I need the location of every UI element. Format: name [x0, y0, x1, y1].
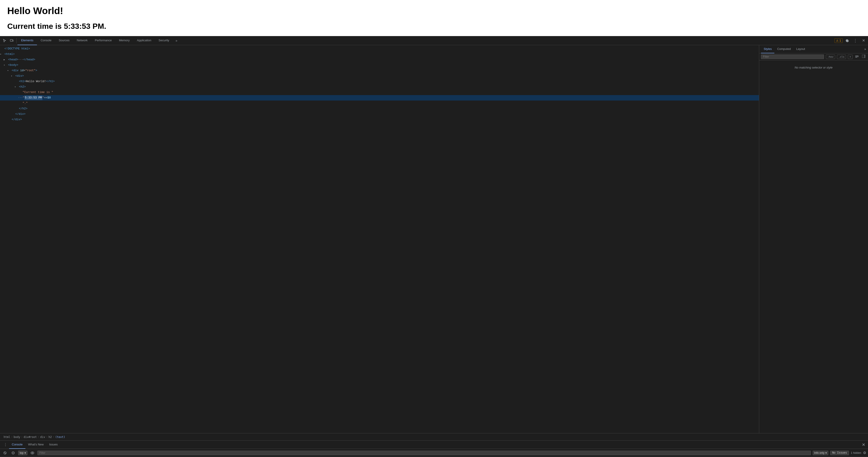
console-toolbar: top ▾ Info only ▾ No Issues 1 hidden — [0, 449, 868, 457]
styles-filter-input[interactable] — [761, 54, 824, 59]
devtools-toolbar: Elements Console Sources Network Perform… — [0, 36, 868, 45]
dom-line-text1[interactable]: "Current time is " — [0, 90, 759, 95]
no-styles-message: No matching selector or style — [761, 66, 866, 69]
console-level-selector[interactable]: Info only ▾ — [813, 451, 828, 455]
dom-line-h2[interactable]: ▾ <h2> — [0, 84, 759, 90]
breadcrumb-divroot[interactable]: div#root — [23, 435, 38, 439]
cursor-icon[interactable] — [1, 37, 8, 44]
breadcrumb-html[interactable]: html — [3, 435, 11, 439]
console-settings-button[interactable]: ⚙ — [863, 451, 866, 455]
svg-rect-3 — [855, 57, 859, 57]
devtools-body: <!DOCTYPE html> ▾ <html> ▶ <head>···</he… — [0, 45, 868, 433]
svg-rect-2 — [855, 56, 859, 56]
eye-icon-button[interactable] — [29, 450, 36, 456]
console-tabs: ⋮ Console What's New Issues ✕ — [0, 441, 868, 449]
toolbar-separator — [16, 38, 17, 44]
add-style-button[interactable]: + — [848, 55, 852, 59]
selected-time-text: 5:33:53 PM — [25, 95, 42, 100]
expand-dot: ··· — [18, 96, 23, 100]
new-style-rule-button[interactable] — [855, 54, 859, 59]
styles-more-tabs[interactable]: » — [864, 48, 866, 51]
dom-line-text2-selected[interactable]: ··· "5:33:53 PM" == $0 — [0, 95, 759, 101]
dom-line-divroot-close[interactable]: </div> — [0, 117, 759, 122]
dom-line-h1[interactable]: <h1>Hello World!</h1> — [0, 79, 759, 84]
console-tab-console[interactable]: Console — [9, 441, 25, 449]
console-menu-button[interactable]: ⋮ — [2, 441, 9, 448]
device-toggle-icon[interactable] — [8, 37, 16, 44]
dom-line-head[interactable]: ▶ <head>···</head> — [0, 57, 759, 62]
breadcrumb-bar: html › body › div#root › div › h2 › (tex… — [0, 433, 868, 440]
tab-elements[interactable]: Elements — [18, 36, 37, 45]
svg-rect-4 — [855, 57, 857, 58]
clear-console-button[interactable] — [2, 450, 8, 456]
more-options-button[interactable]: ⋮ — [852, 37, 859, 44]
dom-line-text3[interactable]: "." — [0, 101, 759, 106]
chevron-down-icon: ▾ — [25, 451, 26, 455]
tab-application[interactable]: Application — [133, 36, 155, 45]
hov-button[interactable]: :hov — [826, 55, 835, 59]
dom-line-h2-close[interactable]: </h2> — [0, 106, 759, 111]
dom-line-doctype[interactable]: <!DOCTYPE html> — [0, 46, 759, 52]
breadcrumb-div[interactable]: div — [39, 435, 46, 439]
dom-line-body[interactable]: ▾ <body> — [0, 62, 759, 68]
settings-button[interactable] — [843, 37, 851, 44]
toggle-sidebar-button[interactable] — [861, 54, 866, 59]
level-chevron-icon: ▾ — [825, 451, 827, 455]
more-tabs-button[interactable]: » — [173, 37, 180, 44]
tab-memory[interactable]: Memory — [116, 36, 133, 45]
devtools-panel: Elements Console Sources Network Perform… — [0, 36, 868, 457]
svg-rect-1 — [12, 40, 13, 41]
svg-rect-0 — [10, 39, 12, 41]
svg-point-13 — [32, 452, 33, 453]
svg-line-9 — [4, 452, 6, 454]
styles-tabs: Styles Computed Layout » — [759, 45, 868, 53]
warning-icon: ⚠ — [836, 39, 839, 42]
stop-errors-button[interactable] — [10, 450, 16, 456]
warning-badge[interactable]: ⚠ 1 — [834, 38, 843, 43]
tab-console[interactable]: Console — [37, 36, 55, 45]
close-devtools-button[interactable]: ✕ — [860, 37, 867, 44]
dom-line-div-root[interactable]: ▾ <div id="root"> — [0, 68, 759, 73]
svg-rect-7 — [864, 55, 865, 58]
elements-panel[interactable]: <!DOCTYPE html> ▾ <html> ▶ <head>···</he… — [0, 45, 759, 433]
svg-point-12 — [31, 452, 34, 454]
breadcrumb-text[interactable]: (text) — [55, 435, 66, 439]
cls-button[interactable]: .cls — [837, 55, 846, 59]
console-tab-issues[interactable]: Issues — [46, 441, 61, 449]
devtools-tabs: Elements Console Sources Network Perform… — [18, 36, 834, 45]
tab-network[interactable]: Network — [73, 36, 91, 45]
console-bottom-panel: ⋮ Console What's New Issues ✕ — [0, 440, 868, 457]
page-title: Hello World! — [7, 5, 861, 16]
styles-tab-computed[interactable]: Computed — [774, 45, 794, 53]
styles-filter-bar: :hov .cls + — [759, 53, 868, 60]
tab-sources[interactable]: Sources — [55, 36, 73, 45]
dom-line-div-close[interactable]: </div> — [0, 111, 759, 117]
tab-performance[interactable]: Performance — [91, 36, 115, 45]
tab-security[interactable]: Security — [155, 36, 173, 45]
styles-tab-layout[interactable]: Layout — [794, 45, 808, 53]
dom-line-html[interactable]: ▾ <html> — [0, 52, 759, 57]
dom-line-div[interactable]: ▾ <div> — [0, 73, 759, 79]
styles-panel: Styles Computed Layout » :hov .cls + — [759, 45, 868, 433]
styles-content: No matching selector or style — [759, 60, 868, 433]
styles-tab-styles[interactable]: Styles — [761, 45, 774, 53]
hidden-count: 1 hidden — [851, 451, 861, 455]
console-tab-whatsnew[interactable]: What's New — [25, 441, 46, 449]
close-console-button[interactable]: ✕ — [861, 441, 866, 448]
breadcrumb-body[interactable]: body — [13, 435, 21, 439]
warning-count: 1 — [839, 39, 841, 42]
breadcrumb-h2[interactable]: h2 — [48, 435, 53, 439]
page-content: Hello World! Current time is 5:33:53 PM. — [0, 0, 868, 36]
no-issues-indicator: No Issues — [830, 451, 849, 455]
page-subtitle: Current time is 5:33:53 PM. — [7, 22, 861, 31]
toolbar-right: ⚠ 1 ⋮ ✕ — [834, 37, 867, 44]
console-filter-input[interactable] — [37, 451, 811, 455]
console-context-selector[interactable]: top ▾ — [18, 451, 27, 455]
